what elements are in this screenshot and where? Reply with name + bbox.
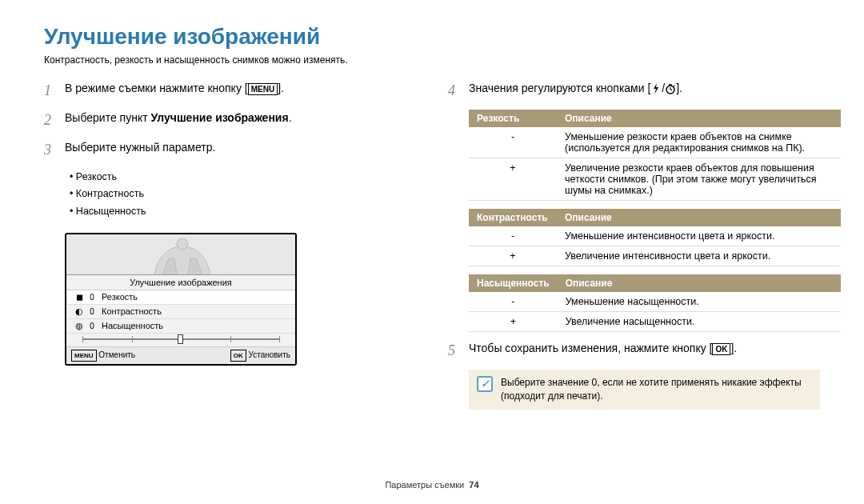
label: Контрастность	[98, 306, 289, 316]
label: Резкость	[98, 292, 289, 302]
saturation-icon: ◍	[73, 321, 86, 331]
desc: Уменьшение насыщенности.	[558, 292, 841, 312]
step-number: 2	[44, 110, 57, 131]
page-title: Улучшение изображений	[44, 24, 820, 50]
key: -	[469, 226, 557, 246]
ok-icon: OK	[230, 350, 246, 362]
key: -	[469, 292, 558, 312]
th: Описание	[557, 110, 841, 127]
sharpness-table: РезкостьОписание -Уменьшение резкости кр…	[469, 110, 841, 201]
page-subtitle: Контрастность, резкость и насыщенность с…	[44, 54, 820, 66]
lcd-menu-title: Улучшение изображения	[66, 275, 295, 290]
svg-point-0	[177, 238, 188, 250]
ok-icon: OK	[712, 343, 730, 355]
camera-screenshot: Улучшение изображения ◼ 0 Резкость ◐ 0 К…	[65, 233, 297, 366]
th: Резкость	[469, 110, 557, 127]
key: +	[469, 158, 557, 201]
text: ].	[730, 342, 737, 354]
table-row: +Увеличение резкости краев объектов для …	[469, 158, 841, 201]
table-row: +Увеличение интенсивности цвета и яркост…	[469, 246, 841, 266]
lcd-row-contrast: ◐ 0 Контрастность	[66, 305, 295, 319]
list-item: Насыщенность	[70, 203, 416, 220]
step-text: Чтобы сохранить изменения, нажмите кнопк…	[469, 340, 737, 362]
contrast-icon: ◐	[73, 306, 86, 317]
list-item: Контрастность	[70, 186, 416, 202]
bullet-list: Резкость Контрастность Насыщенность	[44, 169, 416, 220]
key: +	[469, 246, 557, 266]
key: +	[469, 312, 558, 332]
lcd-row-sharpness: ◼ 0 Резкость	[66, 290, 295, 305]
key: -	[469, 127, 557, 158]
step-text: Выберите пункт Улучшение изображения.	[65, 110, 292, 131]
step-2: 2 Выберите пункт Улучшение изображения.	[44, 110, 416, 131]
step-4: 4 Значения регулируются кнопками [/].	[448, 80, 820, 102]
step-3: 3 Выберите нужный параметр.	[44, 139, 416, 161]
desc: Уменьшение резкости краев объектов на сн…	[557, 127, 841, 158]
step-text: Выберите нужный параметр.	[65, 139, 215, 161]
text: Значения регулируются кнопками [	[469, 82, 650, 94]
lcd-row-saturation: ◍ 0 Насыщенность	[66, 319, 295, 334]
th: Насыщенность	[469, 274, 558, 292]
text: В режиме съемки нажмите кнопку [	[65, 82, 248, 94]
step-text: Значения регулируются кнопками [/].	[469, 80, 682, 102]
lcd-set: OK Установить	[230, 350, 290, 362]
table-row: -Уменьшение интенсивности цвета и яркост…	[469, 226, 841, 246]
desc: Увеличение резкости краев объектов для п…	[557, 158, 841, 201]
right-column: 4 Значения регулируются кнопками [/]. Ре…	[448, 80, 820, 410]
left-column: 1 В режиме съемки нажмите кнопку [MENU].…	[44, 80, 416, 410]
note-text: Выберите значение 0, если не хотите прим…	[501, 376, 812, 403]
note-icon: ✓	[477, 376, 493, 392]
lcd-footer: MENU Отменить OK Установить	[66, 346, 295, 364]
desc: Увеличение насыщенности.	[558, 312, 841, 332]
menu-icon: MENU	[71, 350, 97, 362]
note-box: ✓ Выберите значение 0, если не хотите пр…	[469, 370, 820, 410]
text: ].	[676, 82, 682, 94]
step-number: 5	[448, 340, 461, 362]
step-5: 5 Чтобы сохранить изменения, нажмите кно…	[448, 340, 820, 362]
text: Выберите пункт	[65, 111, 150, 124]
th: Описание	[558, 274, 841, 292]
table-row: -Уменьшение насыщенности.	[469, 292, 841, 312]
lcd-menu: Улучшение изображения ◼ 0 Резкость ◐ 0 К…	[66, 274, 295, 364]
content-columns: 1 В режиме съемки нажмите кнопку [MENU].…	[44, 80, 820, 410]
sharpness-icon: ◼	[73, 292, 86, 302]
step-number: 1	[44, 80, 57, 102]
list-item: Резкость	[70, 169, 416, 186]
saturation-table: НасыщенностьОписание -Уменьшение насыщен…	[469, 274, 841, 332]
desc: Увеличение интенсивности цвета и яркости…	[557, 246, 841, 266]
timer-icon	[665, 83, 676, 94]
lcd-photo-preview	[66, 234, 295, 274]
desc: Уменьшение интенсивности цвета и яркости…	[557, 226, 841, 246]
th: Контрастность	[469, 209, 557, 226]
footer-label: Параметры съемки	[385, 480, 464, 490]
label: Насыщенность	[98, 321, 289, 330]
flash-icon	[650, 83, 662, 94]
table-row: -Уменьшение резкости краев объектов на с…	[469, 127, 841, 158]
value: 0	[86, 307, 98, 316]
text: Чтобы сохранить изменения, нажмите кнопк…	[469, 342, 712, 354]
value: 0	[86, 322, 98, 330]
menu-icon: MENU	[248, 83, 278, 95]
lcd-cancel: MENU Отменить	[71, 350, 135, 362]
th: Описание	[557, 209, 841, 226]
footer-page: 74	[469, 480, 478, 490]
text: ].	[278, 82, 284, 94]
step-text: В режиме съемки нажмите кнопку [MENU].	[65, 80, 284, 102]
step-number: 4	[448, 80, 461, 102]
value: 0	[86, 293, 98, 302]
contrast-table: КонтрастностьОписание -Уменьшение интенс…	[469, 209, 841, 266]
lcd-slider	[66, 334, 295, 346]
step-number: 3	[44, 139, 57, 161]
page-footer: Параметры съемки 74	[0, 480, 864, 490]
step-1: 1 В режиме съемки нажмите кнопку [MENU].	[44, 80, 416, 102]
table-row: +Увеличение насыщенности.	[469, 312, 841, 332]
text-bold: Улучшение изображения	[150, 111, 288, 124]
text: .	[289, 111, 292, 124]
